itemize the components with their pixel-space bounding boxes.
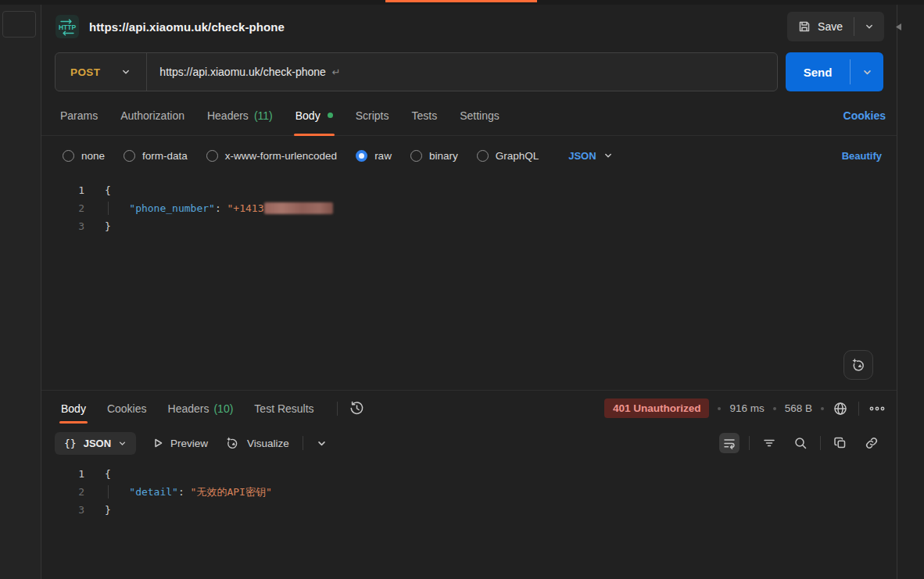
line-number: 1 (41, 181, 88, 199)
mode-binary-label: binary (429, 150, 458, 162)
mode-graphql[interactable]: GraphQL (477, 150, 539, 162)
mode-form-data[interactable]: form-data (124, 150, 188, 162)
tab-authorization-label: Authorization (120, 109, 184, 122)
mode-none[interactable]: none (63, 150, 105, 162)
visualize-button[interactable]: Visualize (224, 435, 289, 451)
postbot-sparkle-icon (850, 356, 867, 373)
tab-settings-label: Settings (460, 109, 500, 122)
indent-guide (108, 202, 109, 215)
view-options-button[interactable] (317, 438, 327, 449)
request-header: HTTP https://api.xiaomu.uk/check-phone (41, 5, 897, 48)
preview-button[interactable]: Preview (152, 438, 208, 449)
code-text: { (105, 468, 111, 480)
request-tabs: Params Authorization Headers (11) Body S… (41, 95, 897, 136)
response-body-editor[interactable]: 1 { 2 "detail": "无效的API密钥" 3 } (41, 460, 897, 579)
history-clock-icon (349, 400, 365, 416)
response-size: 568 B (785, 402, 812, 414)
tab-tests[interactable]: Tests (411, 95, 437, 135)
mode-raw[interactable]: raw (356, 150, 392, 162)
mode-form-data-label: form-data (142, 150, 188, 162)
search-button[interactable] (790, 433, 811, 453)
tab-headers-label: Headers (207, 109, 249, 122)
response-format-selector[interactable]: {} JSON (55, 432, 136, 455)
more-options-icon (869, 406, 885, 412)
toolbar-divider (820, 436, 821, 450)
radio-icon (124, 150, 135, 162)
json-key: "phone_number" (129, 202, 215, 214)
response-tab-body[interactable]: Body (61, 391, 86, 426)
postbot-button[interactable] (843, 350, 873, 380)
response-headers-count-badge: (10) (213, 402, 233, 415)
save-options-button[interactable] (854, 12, 884, 41)
svg-text:HTTP: HTTP (59, 23, 77, 31)
link-button[interactable] (861, 433, 882, 453)
headers-count-badge: (11) (254, 109, 273, 122)
response-tab-headers[interactable]: Headers (10) (168, 391, 234, 426)
active-tab-underline (59, 421, 88, 424)
editor-line: 2 "detail": "无效的API密钥" (41, 483, 897, 501)
send-button-group: Send (786, 52, 883, 91)
editor-line: 2 "phone_number": "+1413 (41, 199, 897, 217)
line-number: 2 (41, 199, 88, 217)
response-tab-test-results-label: Test Results (254, 402, 313, 415)
editor-line: 1 { (41, 465, 897, 483)
tab-scripts[interactable]: Scripts (356, 95, 389, 135)
response-tab-body-label: Body (61, 402, 86, 415)
code-text: } (105, 220, 111, 232)
response-tab-test-results[interactable]: Test Results (254, 391, 313, 426)
mode-graphql-label: GraphQL (496, 150, 539, 162)
response-toolbar: {} JSON Preview (41, 426, 897, 460)
mode-urlencoded[interactable]: x-www-form-urlencoded (206, 150, 337, 162)
copy-button[interactable] (830, 433, 851, 453)
wrap-text-icon (722, 436, 736, 450)
send-button[interactable]: Send (786, 52, 850, 91)
sidebar-collapsed-item[interactable] (2, 11, 36, 38)
code-text: } (105, 504, 111, 516)
meta-dot-separator (821, 407, 824, 410)
filter-button[interactable] (759, 433, 779, 453)
mode-binary[interactable]: binary (410, 150, 458, 162)
save-button[interactable]: Save (787, 12, 854, 41)
status-badge: 401 Unauthorized (604, 399, 710, 418)
chevron-down-icon (118, 439, 127, 448)
body-format-selector[interactable]: JSON (568, 150, 612, 162)
active-tab-underline (294, 134, 335, 136)
radio-icon (477, 150, 489, 162)
right-sidebar (897, 5, 924, 579)
response-tabs: Body Cookies Headers (10) Test Results (41, 390, 897, 426)
tab-tests-label: Tests (411, 109, 437, 122)
url-input[interactable]: https://api.xiaomu.uk/check-phone (147, 66, 325, 78)
play-triangle-icon (152, 438, 163, 449)
method-selector[interactable]: POST (56, 66, 146, 78)
send-options-button[interactable] (851, 52, 883, 91)
network-info-button[interactable] (833, 401, 848, 416)
tab-params-label: Params (60, 109, 98, 122)
response-tab-cookies-label: Cookies (107, 402, 147, 415)
response-tab-headers-label: Headers (168, 402, 210, 415)
tab-params[interactable]: Params (60, 95, 98, 135)
editor-line: 3 } (41, 501, 897, 519)
collapse-panel-icon[interactable] (896, 23, 901, 30)
tab-body[interactable]: Body (295, 95, 333, 135)
meta-dot-separator (773, 407, 776, 410)
response-history-button[interactable] (349, 400, 365, 416)
braces-icon: {} (64, 438, 77, 449)
response-tab-cookies[interactable]: Cookies (107, 391, 147, 426)
tab-settings[interactable]: Settings (460, 95, 500, 135)
response-meta: 401 Unauthorized 916 ms 568 B (604, 391, 885, 426)
response-options-button[interactable] (869, 406, 885, 412)
mode-none-label: none (81, 150, 105, 162)
wrap-text-button[interactable] (719, 433, 740, 453)
radio-selected-icon (356, 150, 367, 162)
postman-window: HTTP https://api.xiaomu.uk/check-phone (0, 0, 924, 579)
tab-headers[interactable]: Headers (11) (207, 95, 273, 135)
left-sidebar (0, 5, 41, 579)
radio-icon (63, 150, 74, 162)
tab-authorization[interactable]: Authorization (120, 95, 184, 135)
beautify-link[interactable]: Beautify (842, 150, 882, 162)
json-value: "+1413 (227, 202, 264, 214)
response-time: 916 ms (729, 402, 764, 414)
cookies-link[interactable]: Cookies (843, 109, 886, 122)
request-body-editor[interactable]: 1 { 2 "phone_number": "+1413 3 } (41, 175, 897, 390)
redacted-phone-number (264, 202, 333, 214)
